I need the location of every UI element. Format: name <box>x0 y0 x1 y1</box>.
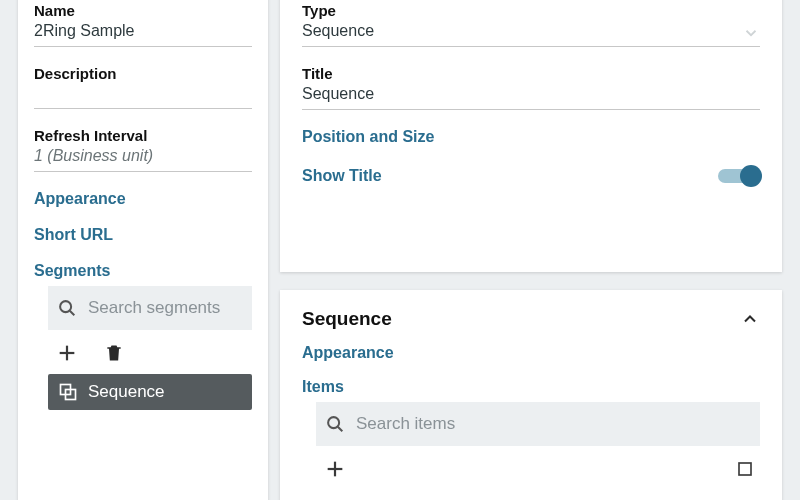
position-size-link[interactable]: Position and Size <box>302 128 760 146</box>
items-toolbar <box>302 452 760 480</box>
type-label: Type <box>302 2 760 19</box>
svg-point-0 <box>60 301 71 312</box>
sequence-section-header[interactable]: Sequence <box>302 308 760 330</box>
segment-type-icon <box>58 382 78 402</box>
name-field[interactable]: 2Ring Sample <box>34 22 252 47</box>
svg-rect-10 <box>739 463 751 475</box>
refresh-interval-label: Refresh Interval <box>34 127 252 144</box>
search-icon <box>56 297 78 319</box>
show-title-toggle[interactable] <box>718 164 760 188</box>
segments-toolbar <box>34 336 252 368</box>
square-icon[interactable] <box>736 460 754 478</box>
add-item-button[interactable] <box>324 458 346 480</box>
chevron-up-icon <box>740 309 760 329</box>
segment-properties-panel: Type Sequence Title Sequence Position an… <box>280 0 782 272</box>
segment-item-sequence[interactable]: Sequence <box>48 374 252 410</box>
items-block <box>302 402 760 480</box>
appearance-link[interactable]: Appearance <box>34 190 252 208</box>
delete-segment-button[interactable] <box>104 342 124 364</box>
segment-item-label: Sequence <box>88 382 165 402</box>
segments-search-input[interactable] <box>88 298 300 318</box>
title-field[interactable]: Sequence <box>302 85 760 110</box>
sequence-appearance-link[interactable]: Appearance <box>302 344 760 362</box>
refresh-interval-field[interactable]: 1 (Business unit) <box>34 147 252 172</box>
segments-search-row <box>48 286 252 330</box>
title-label: Title <box>302 65 760 82</box>
chevron-down-icon <box>742 24 760 42</box>
segments-link[interactable]: Segments <box>34 262 252 280</box>
description-label: Description <box>34 65 252 82</box>
name-label: Name <box>34 2 252 19</box>
type-select[interactable]: Sequence <box>302 22 760 47</box>
short-url-link[interactable]: Short URL <box>34 226 252 244</box>
show-title-label: Show Title <box>302 167 382 185</box>
svg-line-1 <box>70 311 75 316</box>
search-icon <box>324 413 346 435</box>
add-segment-button[interactable] <box>56 342 78 364</box>
type-row: Type Sequence <box>302 2 760 47</box>
items-search-input[interactable] <box>356 414 752 434</box>
segments-area: Sequence <box>34 286 252 410</box>
svg-point-6 <box>328 417 339 428</box>
items-link[interactable]: Items <box>302 378 760 396</box>
svg-line-7 <box>338 427 343 432</box>
sequence-section-title: Sequence <box>302 308 392 330</box>
description-field[interactable] <box>34 85 252 109</box>
left-properties-panel: Name 2Ring Sample Description Refresh In… <box>18 0 268 500</box>
sequence-panel: Sequence Appearance Items <box>280 290 782 500</box>
show-title-row: Show Title <box>302 164 760 188</box>
items-search-row <box>316 402 760 446</box>
